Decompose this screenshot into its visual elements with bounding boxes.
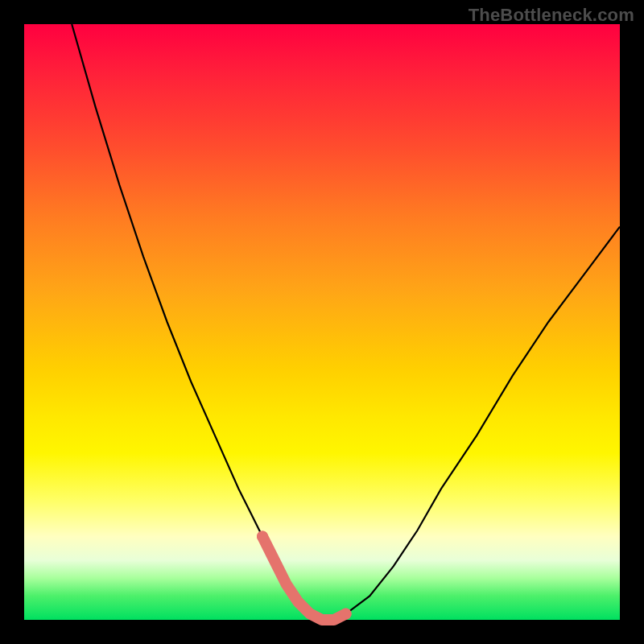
bottleneck-curve — [72, 24, 620, 620]
highlight-basin — [262, 536, 346, 620]
plot-area — [24, 24, 620, 620]
highlight-dot-right — [341, 609, 352, 620]
highlight-dot-left — [257, 530, 268, 542]
chart-frame: TheBottleneck.com — [0, 0, 644, 644]
curve-layer — [24, 24, 620, 620]
watermark-text: TheBottleneck.com — [469, 5, 634, 26]
